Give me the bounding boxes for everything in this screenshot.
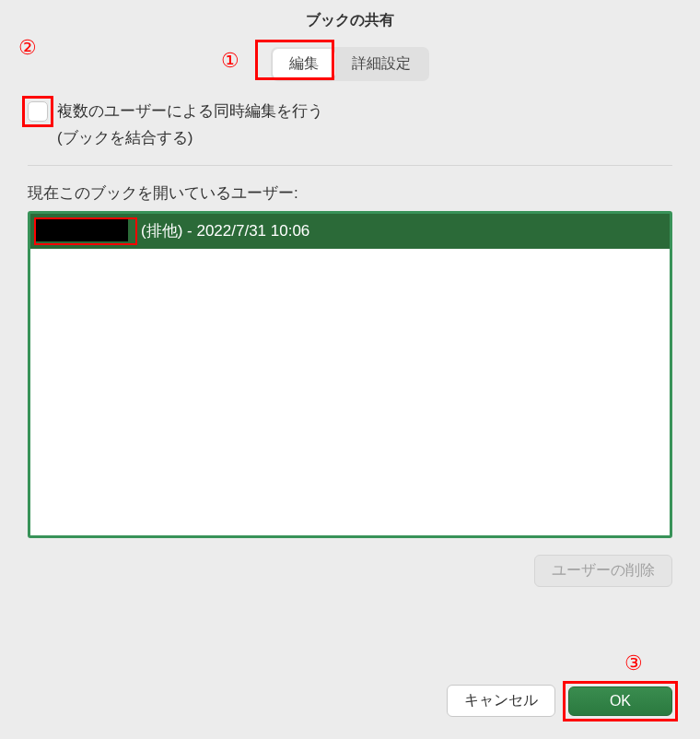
current-users-label: 現在このブックを開いているユーザー: [28, 182, 672, 204]
user-list-item[interactable]: (排他) - 2022/7/31 10:06 [30, 214, 670, 249]
share-workbook-dialog: ブックの共有 ① 編集 詳細設定 ② 複数のユーザーによる同時編集を行う (ブッ… [0, 0, 700, 739]
tabs-group: 編集 詳細設定 [271, 47, 429, 81]
dialog-title: ブックの共有 [0, 0, 700, 38]
divider [28, 165, 672, 166]
allow-multi-user-row: 複数のユーザーによる同時編集を行う [28, 100, 672, 123]
allow-multi-user-label: 複数のユーザーによる同時編集を行う [57, 100, 323, 123]
ok-button[interactable]: OK [568, 686, 672, 716]
tab-edit[interactable]: 編集 [273, 49, 335, 79]
users-listbox[interactable]: (排他) - 2022/7/31 10:06 [28, 211, 672, 538]
tabs-row: ① 編集 詳細設定 [28, 47, 672, 81]
dialog-footer: ③ キャンセル OK [0, 668, 700, 739]
tab-advanced[interactable]: 詳細設定 [335, 49, 427, 79]
below-list-row: ユーザーの削除 [28, 555, 672, 587]
allow-multi-user-sublabel: (ブックを結合する) [57, 127, 672, 148]
redacted-username [36, 219, 128, 241]
remove-user-button: ユーザーの削除 [534, 555, 672, 587]
user-item-text: (排他) - 2022/7/31 10:06 [141, 220, 309, 241]
allow-multi-user-checkbox[interactable] [28, 101, 48, 122]
redaction-box [34, 217, 137, 245]
cancel-button[interactable]: キャンセル [447, 685, 555, 717]
dialog-content: ① 編集 詳細設定 ② 複数のユーザーによる同時編集を行う (ブックを結合する)… [0, 38, 700, 668]
annotation-1-label: ① [221, 49, 239, 73]
